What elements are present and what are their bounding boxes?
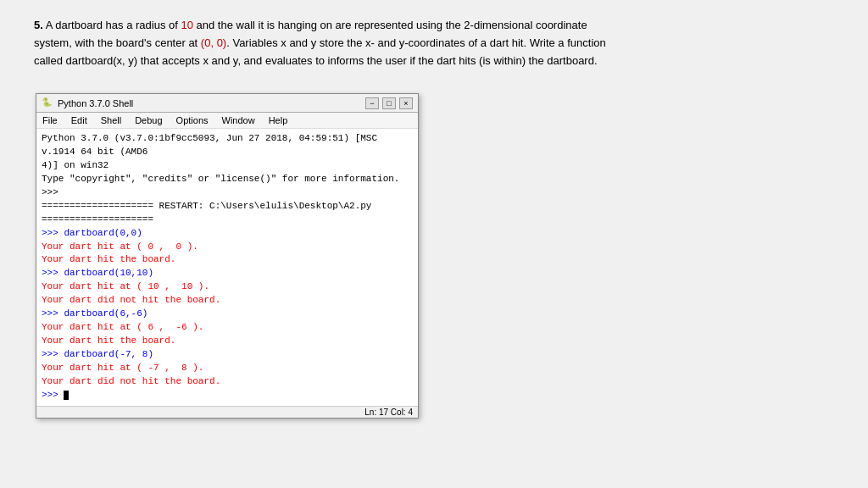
restart-line: ==================== RESTART: C:\Users\e… <box>42 200 413 227</box>
header-line1: Python 3.7.0 (v3.7.0:1bf9cc5093, Jun 27 … <box>42 132 413 159</box>
close-button[interactable]: × <box>399 97 413 109</box>
cmd3-output2: Your dart hit the board. <box>42 335 413 348</box>
shell-titlebar: 🐍 Python 3.7.0 Shell − □ × <box>36 94 418 113</box>
shell-body[interactable]: Python 3.7.0 (v3.7.0:1bf9cc5093, Jun 27 … <box>36 129 418 406</box>
menu-options[interactable]: Options <box>174 114 211 126</box>
menu-debug[interactable]: Debug <box>132 114 164 126</box>
center-highlight: (0, 0) <box>201 36 226 49</box>
cmd4-output1: Your dart hit at ( -7 , 8 ). <box>42 362 413 375</box>
menu-shell[interactable]: Shell <box>98 114 124 126</box>
menu-help[interactable]: Help <box>266 114 291 126</box>
problem-text: 5. A dartboard has a radius of 10 and th… <box>34 17 610 69</box>
minimize-button[interactable]: − <box>365 97 379 109</box>
menu-window[interactable]: Window <box>220 114 258 126</box>
header-line2: 4)] on win32 <box>42 159 413 173</box>
shell-menubar: File Edit Shell Debug Options Window Hel… <box>36 113 418 129</box>
cmd2-output2: Your dart did not hit the board. <box>42 294 413 308</box>
titlebar-controls[interactable]: − □ × <box>365 97 413 109</box>
final-prompt[interactable]: >>> <box>42 389 413 402</box>
radius-highlight: 10 <box>181 19 192 31</box>
cmd4-prompt: >>> dartboard(-7, 8) <box>42 348 413 362</box>
cmd2-output1: Your dart hit at ( 10 , 10 ). <box>42 280 413 294</box>
python-icon: 🐍 <box>42 97 53 109</box>
status-ln-col: Ln: 17 Col: 4 <box>364 408 413 417</box>
cmd1-prompt: >>> dartboard(0,0) <box>42 227 413 241</box>
cmd4-output2: Your dart did not hit the board. <box>42 375 413 389</box>
cmd3-output1: Your dart hit at ( 6 , -6 ). <box>42 321 413 335</box>
cmd3-prompt: >>> dartboard(6,-6) <box>42 308 413 321</box>
cmd1-output2: Your dart hit the board. <box>42 253 413 267</box>
header-line3: Type "copyright", "credits" or "license(… <box>42 173 413 186</box>
menu-edit[interactable]: Edit <box>69 114 90 126</box>
shell-statusbar: Ln: 17 Col: 4 <box>36 406 418 418</box>
problem-number: 5. <box>34 19 43 31</box>
menu-file[interactable]: File <box>40 114 60 126</box>
cmd1-output1: Your dart hit at ( 0 , 0 ). <box>42 241 413 254</box>
python-shell-window: 🐍 Python 3.7.0 Shell − □ × File Edit She… <box>36 93 419 419</box>
page-content: 5. A dartboard has a radius of 10 and th… <box>0 0 868 98</box>
shell-title: Python 3.7.0 Shell <box>58 98 133 108</box>
maximize-button[interactable]: □ <box>382 97 396 109</box>
prompt-initial: >>> <box>42 186 413 200</box>
shell-titlebar-left: 🐍 Python 3.7.0 Shell <box>42 97 133 109</box>
cmd2-prompt: >>> dartboard(10,10) <box>42 267 413 280</box>
